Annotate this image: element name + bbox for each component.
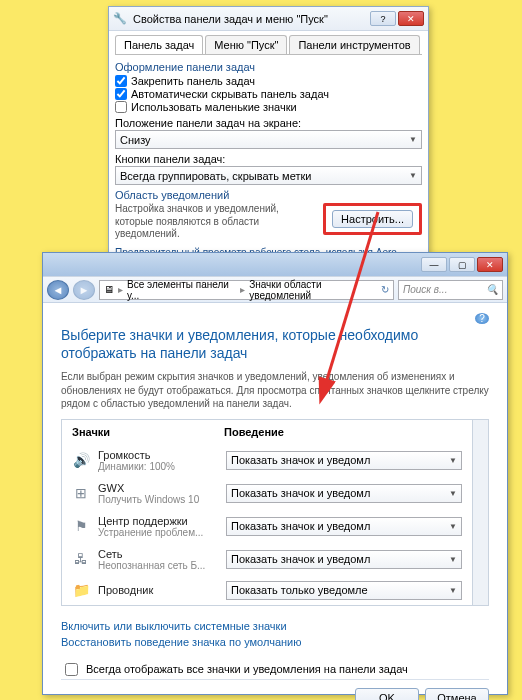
autohide-checkbox[interactable] xyxy=(115,88,127,100)
titlebar[interactable]: 🔧 Свойства панели задач и меню "Пуск" ? … xyxy=(109,7,428,31)
taskbar-properties-window: 🔧 Свойства панели задач и меню "Пуск" ? … xyxy=(108,6,429,276)
gwx-icon: ⊞ xyxy=(72,484,90,502)
chevron-down-icon: ▼ xyxy=(409,171,417,180)
chevron-down-icon: ▼ xyxy=(449,456,457,465)
list-item: ⊞ GWX Получить Windows 10 Показать значо… xyxy=(62,477,472,510)
tab-strip: Панель задач Меню "Пуск" Панели инструме… xyxy=(115,35,422,55)
tab-start-menu[interactable]: Меню "Пуск" xyxy=(205,35,287,54)
behavior-combo[interactable]: Показать значок и уведомл ▼ xyxy=(226,451,462,470)
notification-description: Настройка значков и уведомлений, которые… xyxy=(115,203,317,241)
lock-taskbar-label: Закрепить панель задач xyxy=(131,75,255,87)
position-combo[interactable]: Снизу ▼ xyxy=(115,130,422,149)
window-title: Свойства панели задач и меню "Пуск" xyxy=(133,13,328,25)
lock-taskbar-checkbox[interactable] xyxy=(115,75,127,87)
item-name: GWX xyxy=(98,482,218,494)
section-design-label: Оформление панели задач xyxy=(115,61,422,73)
search-icon: 🔍 xyxy=(486,284,498,295)
close-button[interactable]: ✕ xyxy=(398,11,424,26)
buttons-combo[interactable]: Всегда группировать, скрывать метки ▼ xyxy=(115,166,422,185)
item-name: Проводник xyxy=(98,584,218,596)
chevron-down-icon: ▼ xyxy=(449,555,457,564)
maximize-button[interactable]: ▢ xyxy=(449,257,475,272)
titlebar[interactable]: — ▢ ✕ xyxy=(43,253,507,277)
always-show-label: Всегда отображать все значки и уведомлен… xyxy=(86,663,408,675)
breadcrumb-part[interactable]: Все элементы панели у... xyxy=(127,279,236,301)
restore-defaults-link[interactable]: Восстановить поведение значка по умолчан… xyxy=(61,636,489,648)
chevron-down-icon: ▼ xyxy=(449,522,457,531)
list-item: 🔊 Громкость Динамики: 100% Показать знач… xyxy=(62,444,472,477)
refresh-icon[interactable]: ↻ xyxy=(381,284,389,295)
list-item: ⚑ Центр поддержки Устранение проблем... … xyxy=(62,510,472,543)
column-behavior: Поведение xyxy=(224,426,284,438)
buttons-label: Кнопки панели задач: xyxy=(115,153,422,165)
app-icon: 🔧 xyxy=(113,12,127,25)
close-button[interactable]: ✕ xyxy=(477,257,503,272)
volume-icon: 🔊 xyxy=(72,451,90,469)
behavior-combo[interactable]: Показать значок и уведомл ▼ xyxy=(226,517,462,536)
behavior-combo[interactable]: Показать значок и уведомл ▼ xyxy=(226,550,462,569)
action-center-icon: ⚑ xyxy=(72,517,90,535)
behavior-value: Показать только уведомле xyxy=(231,584,368,596)
breadcrumb-part[interactable]: Значки области уведомлений xyxy=(249,279,377,301)
position-label: Положение панели задач на экране: xyxy=(115,117,422,129)
page-description: Если выбран режим скрытия значков и увед… xyxy=(61,370,489,411)
back-button[interactable]: ◄ xyxy=(47,280,69,300)
icons-list: Значки Поведение 🔊 Громкость Динамики: 1… xyxy=(61,419,489,606)
toolbar: ◄ ► 🖥 ▸ Все элементы панели у... ▸ Значк… xyxy=(43,277,507,303)
notification-icons-window: — ▢ ✕ ◄ ► 🖥 ▸ Все элементы панели у... ▸… xyxy=(42,252,508,695)
tab-taskbar[interactable]: Панель задач xyxy=(115,35,203,54)
page-heading: Выберите значки и уведомления, которые н… xyxy=(61,326,489,362)
position-value: Снизу xyxy=(120,134,151,146)
configure-button[interactable]: Настроить... xyxy=(332,210,413,228)
configure-highlight: Настроить... xyxy=(323,203,422,235)
small-icons-row[interactable]: Использовать маленькие значки xyxy=(115,101,422,113)
item-name: Сеть xyxy=(98,548,218,560)
cancel-button[interactable]: Отмена xyxy=(425,688,489,700)
autohide-row[interactable]: Автоматически скрывать панель задач xyxy=(115,88,422,100)
network-icon: 🖧 xyxy=(72,550,90,568)
ok-button[interactable]: OK xyxy=(355,688,419,700)
item-sub: Устранение проблем... xyxy=(98,527,218,538)
autohide-label: Автоматически скрывать панель задач xyxy=(131,88,329,100)
forward-button[interactable]: ► xyxy=(73,280,95,300)
tab-toolbars[interactable]: Панели инструментов xyxy=(289,35,419,54)
help-icon[interactable]: ? xyxy=(475,313,489,324)
behavior-combo[interactable]: Показать значок и уведомл ▼ xyxy=(226,484,462,503)
buttons-value: Всегда группировать, скрывать метки xyxy=(120,170,311,182)
small-icons-checkbox[interactable] xyxy=(115,101,127,113)
behavior-value: Показать значок и уведомл xyxy=(231,520,370,532)
behavior-value: Показать значок и уведомл xyxy=(231,487,370,499)
item-sub: Получить Windows 10 xyxy=(98,494,218,505)
chevron-down-icon: ▼ xyxy=(409,135,417,144)
breadcrumb[interactable]: 🖥 ▸ Все элементы панели у... ▸ Значки об… xyxy=(99,280,394,300)
search-input[interactable]: Поиск в... 🔍 xyxy=(398,280,503,300)
behavior-value: Показать значок и уведомл xyxy=(231,553,370,565)
chevron-down-icon: ▼ xyxy=(449,489,457,498)
scrollbar[interactable] xyxy=(472,420,488,605)
item-name: Центр поддержки xyxy=(98,515,218,527)
list-item: 🖧 Сеть Неопознанная сеть Б... Показать з… xyxy=(62,543,472,576)
column-icons: Значки xyxy=(72,426,224,438)
behavior-combo[interactable]: Показать только уведомле ▼ xyxy=(226,581,462,600)
item-name: Громкость xyxy=(98,449,218,461)
item-sub: Динамики: 100% xyxy=(98,461,218,472)
item-sub: Неопознанная сеть Б... xyxy=(98,560,218,571)
list-item: 📁 Проводник Показать только уведомле ▼ xyxy=(62,576,472,605)
control-panel-icon: 🖥 xyxy=(104,284,114,295)
lock-taskbar-row[interactable]: Закрепить панель задач xyxy=(115,75,422,87)
always-show-checkbox[interactable] xyxy=(65,663,78,676)
toggle-system-icons-link[interactable]: Включить или выключить системные значки xyxy=(61,620,489,632)
search-placeholder: Поиск в... xyxy=(403,284,447,295)
small-icons-label: Использовать маленькие значки xyxy=(131,101,297,113)
explorer-icon: 📁 xyxy=(72,581,90,599)
always-show-row[interactable]: Всегда отображать все значки и уведомлен… xyxy=(61,660,489,679)
behavior-value: Показать значок и уведомл xyxy=(231,454,370,466)
chevron-down-icon: ▼ xyxy=(449,586,457,595)
minimize-button[interactable]: — xyxy=(421,257,447,272)
notification-area-label: Область уведомлений xyxy=(115,189,422,201)
help-button[interactable]: ? xyxy=(370,11,396,26)
